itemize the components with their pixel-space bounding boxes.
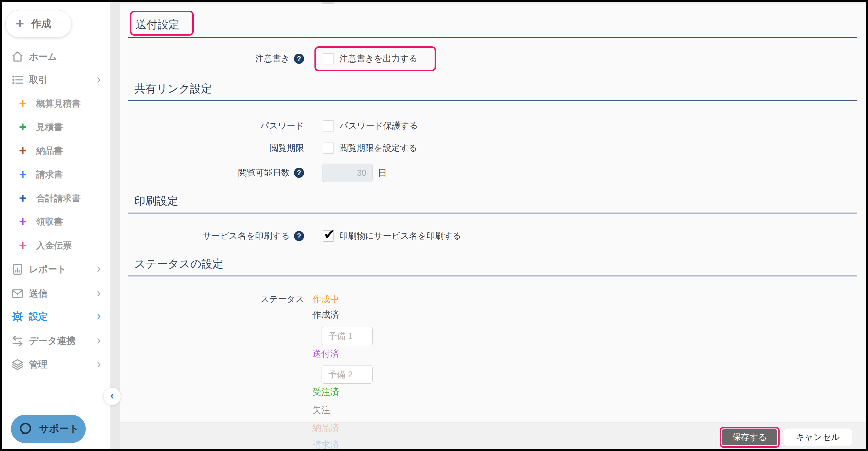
cancel-button[interactable]: キャンセル: [784, 429, 852, 446]
note-output-checkbox[interactable]: [323, 53, 334, 64]
sidebar-item-label: データ連携: [29, 335, 75, 347]
chevron-right-icon: [95, 265, 103, 273]
status-lost: 失注: [312, 404, 330, 416]
sidebar-item-settings[interactable]: 設定: [2, 308, 111, 326]
help-icon[interactable]: ?: [294, 231, 304, 241]
support-button[interactable]: サポート: [11, 415, 86, 443]
section-divider: [128, 101, 857, 101]
sidebar-item-label: ホーム: [29, 51, 57, 63]
field-label-service-name: サービス名を印刷する ?: [120, 224, 304, 248]
save-button[interactable]: 保存する: [722, 429, 777, 445]
sidebar-item-label: 納品書: [36, 145, 63, 157]
field-label-text: ステータス: [260, 293, 304, 305]
status-ordered: 受注済: [312, 386, 339, 398]
plus-icon: +: [19, 97, 31, 110]
sidebar-item-label: 見積書: [36, 121, 63, 133]
swap-arrows-icon: [11, 334, 24, 348]
view-limit-control: 閲覧期限を設定する: [323, 136, 417, 160]
app-window: + 作成 ホーム 取引 + 概算見積書 +: [0, 0, 868, 451]
field-label-view-days: 閲覧可能日数 ?: [120, 161, 304, 185]
sidebar-item-rough-estimate[interactable]: + 概算見積書: [2, 95, 111, 113]
sidebar-item-label: 概算見積書: [36, 98, 81, 110]
status-sent: 送付済: [312, 348, 339, 360]
sidebar-item-reports[interactable]: レポート: [2, 260, 111, 278]
status-in-progress: 作成中: [312, 293, 339, 305]
plus-icon: +: [19, 168, 31, 181]
highlight-box-save-button: 保存する: [720, 427, 779, 448]
main-content: 送付設定 注意書き ? 注意書きを出力する 共有リンク設定 パス: [120, 2, 866, 449]
status-spare1-input[interactable]: [321, 327, 373, 345]
create-button[interactable]: + 作成: [5, 10, 72, 37]
sidebar-item-delivery-slip[interactable]: + 納品書: [2, 142, 111, 160]
sidebar-item-label: 合計請求書: [36, 192, 81, 204]
sidebar-item-receipt[interactable]: + 領収書: [2, 213, 111, 231]
page: + 作成 ホーム 取引 + 概算見積書 +: [2, 2, 866, 449]
view-days-input[interactable]: [322, 164, 373, 182]
form-row-note: 注意書き ? 注意書きを出力する: [120, 47, 866, 71]
section-divider: [128, 276, 857, 276]
chevron-right-icon: [95, 76, 103, 84]
chevron-right-icon: [95, 313, 103, 320]
sidebar-gutter: [111, 2, 120, 449]
field-label-text: 注意書き: [255, 53, 290, 65]
view-limit-checkbox[interactable]: [323, 142, 334, 154]
sidebar-item-label: 請求書: [36, 169, 63, 181]
sidebar-item-management[interactable]: 管理: [2, 356, 111, 373]
sidebar-item-label: レポート: [29, 263, 66, 276]
sidebar-item-home[interactable]: ホーム: [2, 48, 111, 66]
sidebar-item-invoice[interactable]: + 請求書: [2, 166, 111, 184]
home-icon: [11, 50, 24, 63]
service-name-checkbox-label: 印刷物にサービス名を印刷する: [339, 230, 461, 242]
sidebar-item-deposit-slip[interactable]: + 入金伝票: [2, 237, 111, 254]
service-name-control: ✔ 印刷物にサービス名を印刷する: [323, 224, 461, 248]
plus-icon: +: [16, 17, 24, 31]
password-control: パスワード保護する: [323, 114, 418, 138]
sidebar-collapse-button[interactable]: ‹: [103, 388, 121, 405]
gear-icon: [11, 310, 24, 323]
status-spare2-input[interactable]: [321, 365, 373, 384]
view-days-unit: 日: [378, 167, 387, 179]
chevron-right-icon: [95, 361, 103, 368]
plus-icon: +: [19, 192, 31, 205]
footer-actions: 保存する キャンセル: [720, 427, 852, 448]
layers-icon: [11, 358, 24, 371]
field-label-view-limit: 閲覧期限: [120, 136, 304, 160]
view-limit-checkbox-label: 閲覧期限を設定する: [339, 142, 417, 154]
field-label-text: 閲覧可能日数: [238, 167, 290, 179]
field-label-note: 注意書き ?: [120, 47, 304, 71]
section-title-sending: 送付設定: [135, 17, 180, 32]
password-protect-checkbox[interactable]: [323, 120, 334, 132]
status-created: 作成済: [312, 309, 339, 321]
help-icon[interactable]: ?: [294, 54, 304, 64]
sidebar-item-send[interactable]: 送信: [2, 285, 111, 303]
status-delivered: 納品済: [312, 422, 339, 434]
section-title-shared-link: 共有リンク設定: [134, 81, 212, 96]
sidebar-item-label: 管理: [29, 358, 48, 371]
note-control: 注意書きを出力する: [323, 47, 418, 71]
sidebar-item-label: 送信: [29, 287, 48, 300]
status-invoiced: 請求済: [312, 439, 339, 449]
help-icon[interactable]: ?: [294, 168, 304, 178]
sidebar-item-quote[interactable]: + 見積書: [2, 118, 111, 136]
chat-bubble-icon: [18, 421, 33, 437]
form-row-view-limit: 閲覧期限 閲覧期限を設定する: [120, 136, 866, 160]
support-button-label: サポート: [39, 422, 79, 435]
sidebar-item-transactions[interactable]: 取引: [2, 71, 111, 89]
report-icon: [11, 262, 24, 276]
note-checkbox-label: 注意書きを出力する: [339, 53, 418, 65]
section-title-print: 印刷設定: [134, 194, 178, 208]
plus-icon: +: [19, 239, 31, 252]
sidebar-item-data-integration[interactable]: データ連携: [2, 332, 111, 350]
form-row-view-days: 閲覧可能日数 ? 日: [120, 161, 866, 185]
field-label-status: ステータス: [120, 287, 304, 311]
print-service-name-checkbox[interactable]: ✔: [323, 230, 334, 242]
section-divider: [128, 213, 857, 214]
chevron-left-icon: ‹: [111, 389, 114, 402]
sidebar-item-total-invoice[interactable]: + 合計請求書: [2, 190, 111, 207]
field-label-text: 閲覧期限: [270, 142, 304, 154]
sidebar: + 作成 ホーム 取引 + 概算見積書 +: [2, 2, 111, 449]
plus-icon: +: [19, 215, 31, 228]
scroll-fragment: [322, 2, 334, 4]
list-icon: [11, 73, 24, 87]
password-checkbox-label: パスワード保護する: [339, 120, 418, 132]
